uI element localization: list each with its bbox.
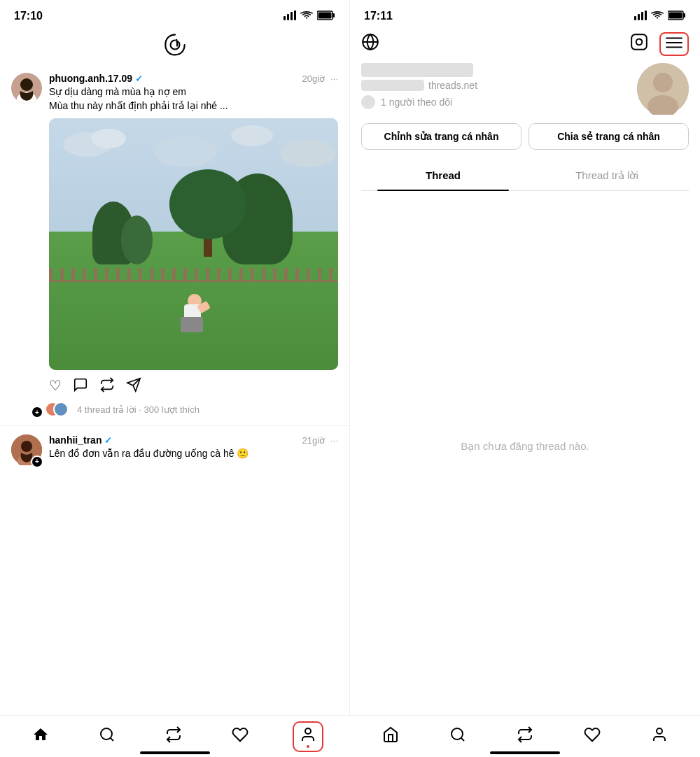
empty-state: Bạn chưa đăng thread nào. (350, 191, 700, 757)
right-signal-icon (634, 10, 647, 22)
post2-meta: 21giờ ··· (302, 435, 338, 446)
right-status-icons (634, 10, 686, 22)
post1-more-icon[interactable]: ··· (330, 73, 338, 84)
left-time: 17:10 (14, 10, 43, 22)
profile-followers: 1 người theo dõi (361, 95, 637, 109)
post1-stats-avatars (49, 402, 69, 417)
right-nav-home[interactable] (377, 721, 405, 753)
left-status-bar: 17:10 (0, 0, 349, 28)
tab-thread-reply[interactable]: Thread trả lời (525, 161, 689, 190)
svg-rect-0 (284, 16, 286, 20)
svg-point-33 (653, 73, 673, 92)
share-icon[interactable] (126, 377, 141, 396)
post1-avatar (11, 73, 42, 104)
svg-point-15 (101, 728, 112, 740)
post1-image (49, 118, 338, 370)
post1-meta: 20giờ ··· (302, 73, 338, 84)
post1-avatar-wrap: + (11, 73, 42, 417)
svg-point-17 (305, 728, 311, 734)
svg-rect-2 (290, 12, 293, 20)
post1-text: Sự dịu dàng mà mùa hạ nợ em Mùa thu này … (49, 85, 338, 113)
svg-point-37 (657, 728, 662, 734)
repost-icon[interactable] (99, 377, 115, 396)
left-nav-home[interactable] (27, 721, 55, 753)
profile-top: threads.net 1 người theo dõi (361, 63, 689, 115)
left-nav-heart[interactable] (226, 721, 254, 753)
profile-url-skeleton (361, 80, 424, 91)
svg-point-8 (20, 78, 33, 91)
threads-logo-icon[interactable] (162, 32, 188, 57)
post-item-1: + phuong.anh.17.09 ✓ 20giờ ··· Sự dịu dà… (0, 64, 349, 426)
followers-avatar-skeleton (361, 95, 375, 109)
left-nav-compose[interactable] (160, 721, 188, 753)
tab-thread[interactable]: Thread (361, 161, 525, 190)
post1-avatar-plus[interactable]: + (31, 406, 43, 418)
profile-section: threads.net 1 người theo dõi Chỉnh sửa t… (350, 63, 700, 191)
svg-rect-20 (641, 12, 643, 20)
post2-time: 21giờ (302, 435, 326, 446)
left-home-indicator (140, 751, 210, 754)
post2-username[interactable]: hanhii_tran ✓ (49, 434, 112, 446)
post1-stats: 4 thread trả lời · 300 lượt thích (49, 402, 338, 417)
svg-rect-3 (294, 10, 296, 20)
right-bottom-nav (350, 715, 700, 757)
right-battery-icon (668, 10, 686, 22)
svg-rect-27 (631, 34, 647, 50)
right-status-bar: 17:11 (350, 0, 700, 28)
svg-rect-23 (683, 13, 685, 17)
profile-buttons: Chỉnh sửa trang cá nhân Chia sẻ trang cá… (361, 123, 689, 150)
instagram-icon[interactable] (630, 33, 648, 55)
svg-rect-6 (318, 12, 332, 18)
left-panel: 17:10 (0, 0, 350, 757)
svg-line-36 (461, 737, 464, 740)
profile-name-row (361, 63, 637, 77)
svg-line-16 (110, 737, 113, 740)
profile-name-skeleton (361, 63, 473, 77)
left-nav-search[interactable] (93, 721, 121, 753)
signal-icon (284, 10, 296, 22)
left-status-icons (284, 10, 335, 22)
post2-header: hanhii_tran ✓ 21giờ ··· (49, 434, 338, 446)
profile-url-row: threads.net (361, 80, 637, 91)
profile-url-text: threads.net (428, 80, 477, 91)
svg-point-13 (21, 441, 32, 452)
right-app-header (350, 28, 700, 63)
post1-time: 20giờ (302, 73, 326, 84)
right-time: 17:11 (364, 10, 393, 22)
globe-icon[interactable] (361, 33, 379, 55)
share-profile-button[interactable]: Chia sẻ trang cá nhân (528, 123, 689, 150)
post2-text: Lên đồ đơn vẫn ra đầu đường uống cà hê 🙂 (49, 447, 338, 461)
left-bottom-nav (0, 715, 350, 757)
profile-tabs: Thread Thread trả lời (361, 161, 689, 191)
profile-avatar (637, 63, 689, 115)
battery-icon (317, 10, 335, 22)
svg-rect-24 (669, 12, 682, 18)
svg-rect-21 (645, 10, 647, 20)
right-nav-heart[interactable] (578, 721, 606, 753)
right-nav-search[interactable] (444, 721, 472, 753)
svg-rect-1 (287, 14, 289, 20)
comment-icon[interactable] (73, 377, 88, 396)
left-nav-profile[interactable] (293, 721, 323, 752)
right-home-indicator (490, 751, 560, 754)
post2-avatar-plus[interactable]: + (31, 455, 43, 468)
right-nav-profile[interactable] (645, 721, 673, 753)
nav-dot-profile (307, 745, 309, 748)
svg-rect-19 (638, 14, 640, 20)
right-nav-compose[interactable] (511, 721, 539, 753)
post2-avatar-wrap: + (11, 434, 42, 467)
post-item-2: + hanhii_tran ✓ 21giờ ··· Lên đồ đơn vẫn… (0, 426, 349, 475)
profile-info: threads.net 1 người theo dõi (361, 63, 637, 109)
right-header-actions (630, 32, 689, 56)
post2-verified-icon: ✓ (104, 435, 112, 446)
post1-verified-icon: ✓ (135, 73, 143, 84)
menu-icon[interactable] (659, 32, 689, 56)
right-wifi-icon (651, 10, 664, 22)
post2-more-icon[interactable]: ··· (330, 435, 338, 446)
post1-username[interactable]: phuong.anh.17.09 ✓ (49, 73, 143, 84)
edit-profile-button[interactable]: Chỉnh sửa trang cá nhân (361, 123, 522, 150)
svg-rect-5 (332, 13, 335, 17)
post2-content: hanhii_tran ✓ 21giờ ··· Lên đồ đơn vẫn r… (49, 434, 338, 467)
like-icon[interactable]: ♡ (49, 377, 62, 396)
followers-text: 1 người theo dõi (381, 97, 452, 108)
